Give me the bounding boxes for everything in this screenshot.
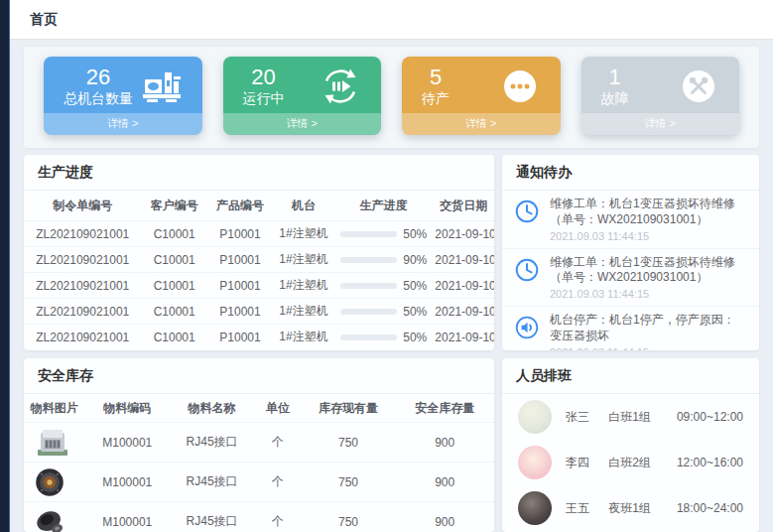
table-row: M100001 RJ45接口 个 750 900 — [24, 462, 494, 501]
tab-bar: 首页 — [10, 0, 773, 40]
dashboard-screen: 首页 26 总机台数量 — [0, 0, 773, 532]
main-content: 26 总机台数量 — [10, 40, 773, 532]
progress-value: 50% — [403, 305, 427, 319]
schedule-row: 王五 夜班1组 18:00~24:00 — [502, 485, 759, 531]
staff-name: 张三 — [566, 409, 608, 426]
col-material-name: 物料名称 — [170, 400, 254, 417]
staff-schedule-panel: 人员排班 张三 白班1组 09:00~12:00 李四 白班2组 12:00~1… — [502, 358, 759, 532]
fault-detail-link[interactable]: 详情 > — [581, 113, 740, 135]
total-machines-value: 26 — [64, 66, 133, 89]
notification-time: 2021.09.03 11:44:15 — [550, 345, 745, 350]
clock-icon — [514, 199, 540, 224]
staff-name: 王五 — [566, 500, 608, 517]
safety-stock-panel: 安全库存 物料图片 物料编码 物料名称 单位 库存现有量 安全库存量 — [24, 358, 494, 532]
schedule-row: 张三 白班1组 09:00~12:00 — [502, 394, 759, 440]
fault-label: 故障 — [601, 89, 629, 107]
pending-detail-link[interactable]: 详情 > — [402, 113, 561, 135]
stat-card-pending[interactable]: 5 待产 详情 > — [402, 57, 561, 135]
progress-bar — [340, 309, 397, 315]
col-delivery-date: 交货日期 — [433, 198, 494, 214]
staff-time: 09:00~12:00 — [677, 410, 743, 424]
total-machines-label: 总机台数量 — [64, 89, 133, 107]
progress-value: 90% — [403, 253, 427, 267]
stat-card-fault[interactable]: 1 故障 详情 > — [581, 57, 740, 135]
col-unit: 单位 — [254, 400, 301, 417]
table-row: ZL202109021001 C10001 P10001 1#注塑机 90% 2… — [24, 246, 494, 272]
staff-schedule-title: 人员排班 — [502, 358, 759, 394]
stat-card-running[interactable]: 20 运行中 — [223, 57, 382, 135]
notification-item[interactable]: 机台停产：机台1停产，停产原因：变压器损坏 2021.09.03 11:44:1… — [502, 307, 759, 350]
col-material-image: 物料图片 — [24, 400, 85, 417]
notifications-title: 通知待办 — [502, 155, 759, 191]
pending-value: 5 — [422, 66, 450, 89]
avatar — [518, 400, 552, 434]
col-progress: 生产进度 — [334, 198, 434, 214]
fault-icon — [678, 66, 719, 106]
notification-item[interactable]: 维修工单：机台1变压器损坏待维修（单号：WX202109031001） 2021… — [502, 191, 759, 249]
fault-value: 1 — [601, 66, 629, 89]
notification-text: 维修工单：机台1变压器损坏待维修（单号：WX202109031001） — [550, 255, 745, 287]
progress-value: 50% — [403, 331, 427, 344]
machine-icon — [141, 66, 183, 106]
table-row: M100001 RJ45接口 个 750 900 — [24, 422, 494, 462]
progress-bar — [340, 257, 397, 263]
col-product-no: 产品编号 — [207, 198, 273, 214]
running-detail-link[interactable]: 详情 > — [223, 113, 382, 135]
avatar — [518, 446, 552, 479]
speaker-angled-image — [24, 507, 85, 532]
col-machine: 机台 — [273, 198, 334, 214]
running-value: 20 — [243, 66, 285, 89]
table-row: ZL202109021001 C10001 P10001 1#注塑机 50% 2… — [24, 272, 494, 298]
progress-value: 50% — [403, 279, 427, 293]
running-icon — [320, 66, 361, 106]
clock-icon — [514, 257, 540, 283]
stat-card-total-machines[interactable]: 26 总机台数量 — [44, 57, 202, 135]
safety-stock-title: 安全库存 — [24, 358, 494, 394]
table-row: ZL202109021001 C10001 P10001 1#注塑机 50% 2… — [24, 220, 494, 246]
staff-name: 李四 — [566, 455, 608, 471]
speaker-icon — [514, 315, 540, 340]
notification-item[interactable]: 维修工单：机台1变压器损坏待维修（单号：WX202109031001） 2021… — [502, 249, 759, 308]
staff-shift: 夜班1组 — [608, 500, 677, 517]
progress-bar — [340, 334, 397, 340]
production-progress-title: 生产进度 — [24, 155, 494, 191]
col-current-stock: 库存现有量 — [302, 400, 396, 417]
production-progress-panel: 生产进度 制令单编号 客户编号 产品编号 机台 生产进度 交货日期 ZL2021… — [24, 155, 494, 350]
progress-value: 50% — [403, 227, 427, 241]
notification-time: 2021.09.03 11:44:15 — [550, 229, 745, 243]
table-row: M100001 RJ45接口 个 750 900 — [24, 501, 494, 532]
col-customer-no: 客户编号 — [142, 198, 207, 214]
pending-icon — [499, 66, 541, 106]
inventory-table-header: 物料图片 物料编码 物料名称 单位 库存现有量 安全库存量 — [24, 394, 494, 422]
production-table-header: 制令单编号 客户编号 产品编号 机台 生产进度 交货日期 — [24, 191, 494, 220]
notification-time: 2021.09.03 11:44:15 — [550, 287, 745, 301]
staff-time: 12:00~16:00 — [677, 456, 743, 469]
total-machines-detail-link[interactable]: 详情 > — [44, 113, 202, 135]
progress-bar — [340, 231, 397, 237]
sidebar-edge — [0, 0, 10, 532]
avatar — [518, 491, 552, 525]
notification-text: 维修工单：机台1变压器损坏待维修（单号：WX202109031001） — [550, 197, 745, 228]
col-safety-stock: 安全库存量 — [395, 400, 494, 417]
table-row: ZL202109021001 C10001 P10001 1#注塑机 50% 2… — [24, 324, 494, 349]
col-material-code: 物料编码 — [85, 400, 170, 417]
pending-label: 待产 — [422, 89, 450, 107]
staff-shift: 白班1组 — [608, 409, 677, 426]
notifications-panel: 通知待办 维修工单：机台1变压器损坏待维修（单号：WX202109031001）… — [502, 155, 759, 350]
rj45-connector-image — [24, 428, 85, 458]
schedule-row: 李四 白班2组 12:00~16:00 — [502, 440, 759, 485]
progress-bar — [340, 283, 397, 289]
stats-panel: 26 总机台数量 — [24, 47, 759, 148]
running-label: 运行中 — [243, 89, 285, 107]
tab-home[interactable]: 首页 — [10, 11, 77, 29]
table-row: ZL202109021001 C10001 P10001 1#注塑机 50% 2… — [24, 298, 494, 324]
notification-text: 机台停产：机台1停产，停产原因：变压器损坏 — [550, 313, 745, 344]
staff-shift: 白班2组 — [608, 455, 677, 471]
staff-time: 18:00~24:00 — [677, 501, 743, 515]
col-order-no: 制令单编号 — [24, 198, 142, 214]
speaker-front-image — [24, 466, 85, 498]
